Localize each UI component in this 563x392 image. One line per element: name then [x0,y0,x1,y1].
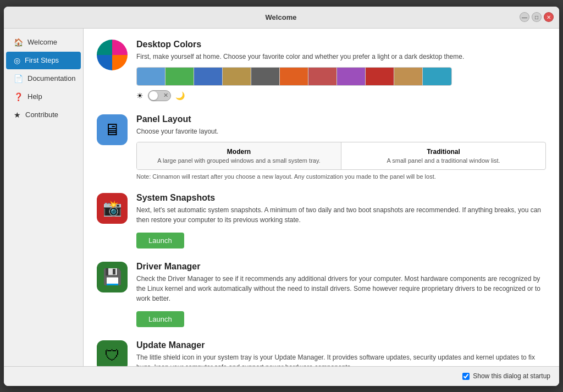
panel-layout-section: 🖥 Panel Layout Choose your favorite layo… [97,114,546,180]
sidebar-item-help[interactable]: ❓ Help [6,88,81,106]
panel-layout-note: Note: Cinnamon will restart after you ch… [136,173,546,180]
color-swatch-9[interactable] [394,68,423,85]
update-manager-desc: The little shield icon in your system tr… [136,352,546,366]
color-swatch-1[interactable] [165,68,194,85]
system-snapshots-desc: Next, let's set automatic system snapsho… [136,205,546,225]
desktop-colors-title: Desktop Colors [136,40,546,49]
window-controls: — □ ✕ [520,12,554,22]
traditional-option-title: Traditional [350,148,537,156]
system-snapshots-title: System Snapshots [136,193,546,203]
driver-manager-desc: Check the Driver Manager to see if it re… [136,274,546,303]
sidebar-item-documentation[interactable]: 📄 Documentation [6,70,81,87]
documentation-label: Documentation [27,74,75,82]
desktop-colors-icon [97,40,128,70]
color-swatch-2[interactable] [194,68,223,85]
contribute-label: Contribute [25,111,58,119]
titlebar: Welcome — □ ✕ [4,7,559,29]
color-swatch-3[interactable] [223,68,251,85]
color-swatch-0[interactable] [137,68,165,85]
sidebar-item-contribute[interactable]: ★ Contribute [6,106,81,124]
desktop-colors-desc: First, make yourself at home. Choose you… [136,52,546,62]
system-snapshots-body: System Snapshots Next, let's set automat… [136,193,546,249]
sidebar: 🏠 Welcome ◎ First Steps 📄 Documentation … [4,29,84,366]
desktop-colors-body: Desktop Colors First, make yourself at h… [136,40,546,101]
panel-layout-icon: 🖥 [97,114,128,145]
first-steps-icon: ◎ [14,56,20,65]
footer: Show this dialog at startup [4,366,559,386]
system-snapshots-launch-button[interactable]: Launch [136,233,184,249]
update-manager-body: Update Manager The little shield icon in… [136,340,546,366]
help-label: Help [27,92,42,101]
color-swatches [136,67,452,86]
first-steps-label: First Steps [25,56,59,64]
system-snapshots-icon: 📸 [97,193,128,224]
system-snapshots-section: 📸 System Snapshots Next, let's set autom… [97,193,546,249]
documentation-icon: 📄 [14,74,23,83]
show-at-startup-checkbox[interactable] [462,373,470,380]
content-area: 🏠 Welcome ◎ First Steps 📄 Documentation … [4,29,559,366]
color-swatch-10[interactable] [423,68,451,85]
sidebar-item-first-steps[interactable]: ◎ First Steps [6,52,81,69]
driver-manager-icon: 💾 [97,262,128,292]
panel-layout-desc: Choose your favorite layout. [136,126,546,136]
sidebar-item-welcome[interactable]: 🏠 Welcome [6,34,81,51]
close-button[interactable]: ✕ [544,12,554,22]
driver-manager-title: Driver Manager [136,262,546,272]
color-swatch-5[interactable] [280,68,308,85]
moon-icon: 🌙 [175,91,185,100]
modern-option-title: Modern [146,148,332,156]
main-window: Welcome — □ ✕ 🏠 Welcome ◎ First Steps 📄 … [4,7,559,386]
driver-manager-launch-button[interactable]: Launch [136,311,184,327]
welcome-label: Welcome [27,38,57,46]
theme-toggle-switch[interactable]: ✕ [148,90,171,101]
contribute-icon: ★ [14,111,21,119]
panel-option-modern[interactable]: Modern A large panel with grouped window… [137,142,341,169]
panel-layout-options: Modern A large panel with grouped window… [136,142,546,170]
color-swatch-8[interactable] [366,68,394,85]
window-title: Welcome [42,13,520,21]
desktop-colors-section: Desktop Colors First, make yourself at h… [97,40,546,101]
welcome-icon: 🏠 [14,38,23,47]
maximize-button[interactable]: □ [532,12,542,22]
color-swatch-7[interactable] [337,68,366,85]
panel-layout-body: Panel Layout Choose your favorite layout… [136,114,546,180]
help-icon: ❓ [14,92,23,101]
main-content: Desktop Colors First, make yourself at h… [84,29,559,366]
minimize-button[interactable]: — [520,12,529,22]
update-manager-section: 🛡 Update Manager The little shield icon … [97,340,546,366]
driver-manager-body: Driver Manager Check the Driver Manager … [136,262,546,327]
theme-toggle: ☀ ✕ 🌙 [136,90,546,101]
traditional-option-desc: A small panel and a traditional window l… [350,157,537,164]
color-swatch-6[interactable] [308,68,337,85]
update-manager-title: Update Manager [136,340,546,350]
toggle-knob [149,91,158,100]
driver-manager-section: 💾 Driver Manager Check the Driver Manage… [97,262,546,327]
modern-option-desc: A large panel with grouped windows and a… [146,157,332,164]
panel-layout-title: Panel Layout [136,114,546,124]
color-swatch-4[interactable] [251,68,280,85]
show-at-startup-label[interactable]: Show this dialog at startup [462,372,550,380]
toggle-x: ✕ [163,92,168,99]
panel-option-traditional[interactable]: Traditional A small panel and a traditio… [341,142,545,169]
show-at-startup-text: Show this dialog at startup [473,372,550,380]
update-manager-icon: 🛡 [97,340,128,366]
sun-icon: ☀ [136,91,143,100]
